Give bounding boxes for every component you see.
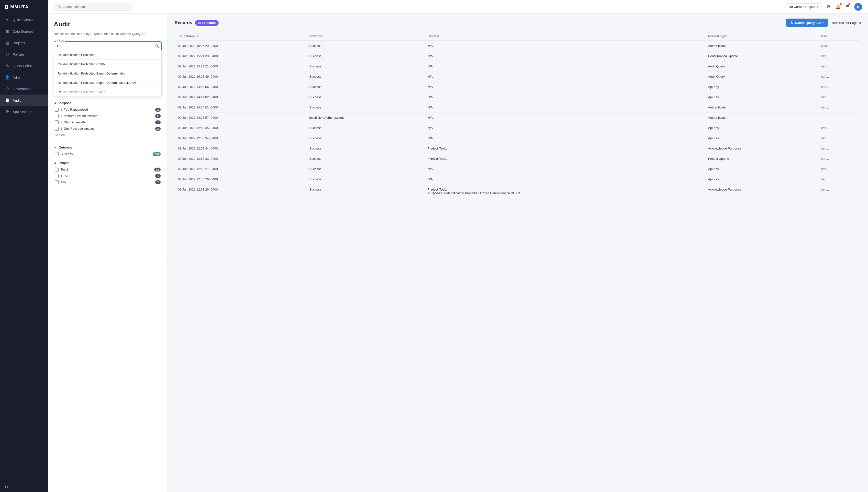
native-query-label: Native Query Audit xyxy=(795,21,824,25)
bottom-settings-icon[interactable]: ⊙ xyxy=(5,485,8,489)
filter-search-button[interactable]: 🔍 xyxy=(155,44,159,48)
notification-icon[interactable]: ☰ xyxy=(845,4,849,9)
info-icon[interactable]: ℹ xyxy=(61,114,62,118)
cell-context: N/A xyxy=(424,51,704,61)
sidebar-item-quick-create[interactable]: ＋ Quick Create › xyxy=(0,14,48,26)
table-row[interactable]: 09 Jun 2022 15:25:29 -0400 Success N/A A… xyxy=(174,41,861,51)
dropdown-item-0[interactable]: Re-identification Prohibited xyxy=(54,50,161,59)
table-row[interactable]: 09 Jun 2022 12:53:27 -0400 Success N/A A… xyxy=(174,164,861,174)
cell-context: N/A xyxy=(424,61,704,72)
sidebar-item-app-settings[interactable]: ⚙ App Settings xyxy=(0,106,48,118)
records-label: Records xyxy=(174,20,192,25)
cell-user: ben... xyxy=(817,133,861,143)
sidebar-item-governance[interactable]: ⚖ Governance xyxy=(0,83,48,95)
governance-icon: ⚖ xyxy=(5,87,10,91)
sidebar-item-label: Quick Create xyxy=(13,18,33,22)
collapse-arrow-project-icon[interactable]: ▲ xyxy=(54,161,57,165)
tllo-label: Tllo xyxy=(61,180,153,184)
cell-record-type: Api Key xyxy=(705,123,818,133)
filter-row-test2: TEST2 4 xyxy=(54,174,162,178)
sidebar-item-audit[interactable]: 📋 Audit xyxy=(0,95,48,106)
filter-input[interactable] xyxy=(54,41,162,50)
table-row[interactable]: 09 Jun 2022 12:53:33 -0400 Success Proje… xyxy=(174,154,861,164)
bell-badge xyxy=(840,3,842,5)
success-checkbox[interactable] xyxy=(55,152,59,156)
cell-user: ben... xyxy=(817,61,861,72)
cell-outcome: Success xyxy=(306,82,424,92)
cell-context: Project:Test1Purpose:Re-identification P… xyxy=(424,184,704,198)
table-body: 09 Jun 2022 15:25:29 -0400 Success N/A A… xyxy=(174,41,861,198)
right-panel: Records 217 Results ↻ Native Query Audit… xyxy=(168,14,868,492)
sidebar-item-query-editor[interactable]: ✎ Query Editor xyxy=(0,60,48,72)
sidebar-item-data-sources[interactable]: ⊞ Data Sources xyxy=(0,26,48,37)
records-per-page-selector[interactable]: Records per Page ⇅ xyxy=(832,21,861,25)
table-row[interactable]: 09 Jun 2022 12:53:34 -0400 Success N/A A… xyxy=(174,133,861,143)
cell-timestamp: 09 Jun 2022 15:22:21 -0400 xyxy=(174,61,306,72)
search-bar[interactable]: 🔍 xyxy=(54,3,132,10)
dropdown-item-4[interactable]: Re-identification Prohibited.Expert... xyxy=(54,88,161,97)
table-row[interactable]: 09 Jun 2022 12:53:34 -0400 Success Proje… xyxy=(174,143,861,154)
th-outcome: Outcome xyxy=(306,32,424,41)
filter-row-tpc: ℹ Tpc Randomized 2 xyxy=(54,108,162,112)
filter-input-wrap: Filters 🔍 xyxy=(54,41,162,50)
tpc-randomized-checkbox[interactable] xyxy=(55,108,59,112)
purpose-label: Purpose xyxy=(59,101,71,105)
sidebar-item-admin[interactable]: 👤 Admin xyxy=(0,72,48,83)
cell-record-type: Authenticate xyxy=(705,113,818,123)
table-row[interactable]: 09 Jun 2022 15:22:21 -0400 Success N/A A… xyxy=(174,61,861,72)
native-query-button[interactable]: ↻ Native Query Audit xyxy=(786,19,828,27)
table-row[interactable]: 09 Jun 2022 14:24:01 -0400 Success N/A A… xyxy=(174,102,861,113)
sidebar-item-policies[interactable]: ⬡ Policies xyxy=(0,49,48,60)
bell-icon[interactable]: 🔔 xyxy=(835,4,841,9)
settings-topbar-icon[interactable]: ⚙ xyxy=(826,4,830,9)
outcome-section: ▲ Outcome Success 204 xyxy=(54,146,162,156)
test1-checkbox[interactable] xyxy=(55,168,59,172)
table-row[interactable]: 09 Jun 2022 12:53:35 -0400 Success N/A A… xyxy=(174,123,861,133)
dropdown-item-2[interactable]: Re-identification Prohibited.Expert Dete… xyxy=(54,69,161,78)
context-text: N/A xyxy=(427,95,433,99)
collapse-panel-button[interactable]: ‹ xyxy=(165,247,168,259)
cell-context: N/A xyxy=(424,113,704,123)
table-row[interactable]: 09 Jun 2022 15:24:33 -0400 Success N/A C… xyxy=(174,51,861,61)
dbo-fact-checkbox[interactable] xyxy=(55,127,59,131)
immuta-profiles-checkbox[interactable] xyxy=(55,114,59,118)
context-text: N/A xyxy=(427,177,433,181)
test2-checkbox[interactable] xyxy=(55,174,59,178)
context-text: N/A xyxy=(427,54,433,58)
sidebar-item-projects[interactable]: ▤ Projects xyxy=(0,37,48,49)
cell-outcome: Success xyxy=(306,61,424,72)
cell-record-type: Configuration Update xyxy=(705,51,818,61)
highlight-text: Re xyxy=(57,53,62,57)
test2-badge: 4 xyxy=(155,174,161,178)
dropdown-item-3[interactable]: Re-identification Prohibited.Expert Dete… xyxy=(54,78,161,88)
purpose-header: ▲ Purpose xyxy=(54,101,162,105)
table-row[interactable]: 09 Jun 2022 12:53:26 -0400 Success Proje… xyxy=(174,184,861,198)
sort-icon[interactable]: ⇅ xyxy=(196,35,199,38)
context-text: N/A xyxy=(427,126,433,130)
cell-outcome: Success xyxy=(306,184,424,198)
cell-user: ben... xyxy=(817,92,861,102)
cell-outcome: Success xyxy=(306,41,424,51)
collapse-arrow-icon[interactable]: ▲ xyxy=(54,101,57,104)
cell-user: ben... xyxy=(817,143,861,154)
see-all-link[interactable]: See All xyxy=(54,133,66,137)
table-row[interactable]: 09 Jun 2022 14:23:57 -0400 insufficientA… xyxy=(174,113,861,123)
table-row[interactable]: 09 Jun 2022 14:24:06 -0400 Success N/A A… xyxy=(174,82,861,92)
table-row[interactable]: 09 Jun 2022 12:53:26 -0400 Success N/A A… xyxy=(174,174,861,184)
table-row[interactable]: 09 Jun 2022 14:24:02 -0400 Success N/A A… xyxy=(174,92,861,102)
cell-context: N/A xyxy=(424,41,704,51)
cell-user: ben... xyxy=(817,154,861,164)
cell-record-type: Authenticate xyxy=(705,102,818,113)
cell-outcome: Success xyxy=(306,72,424,82)
cell-timestamp: 09 Jun 2022 14:24:02 -0400 xyxy=(174,92,306,102)
dbo-dim-checkbox[interactable] xyxy=(55,120,59,124)
tllo-checkbox[interactable] xyxy=(55,180,59,184)
table-row[interactable]: 09 Jun 2022 15:08:49 -0400 Success N/A A… xyxy=(174,72,861,82)
dropdown-item-1[interactable]: Re-identification Prohibited.CCPA xyxy=(54,59,161,69)
project-selector[interactable]: No Current Project ⇅ xyxy=(786,3,822,10)
info-icon[interactable]: ℹ xyxy=(61,108,62,112)
search-input[interactable] xyxy=(63,5,128,8)
collapse-arrow-outcome-icon[interactable]: ▲ xyxy=(54,146,57,149)
info-icon[interactable]: ℹ xyxy=(61,127,62,130)
info-icon[interactable]: ℹ xyxy=(61,120,62,124)
